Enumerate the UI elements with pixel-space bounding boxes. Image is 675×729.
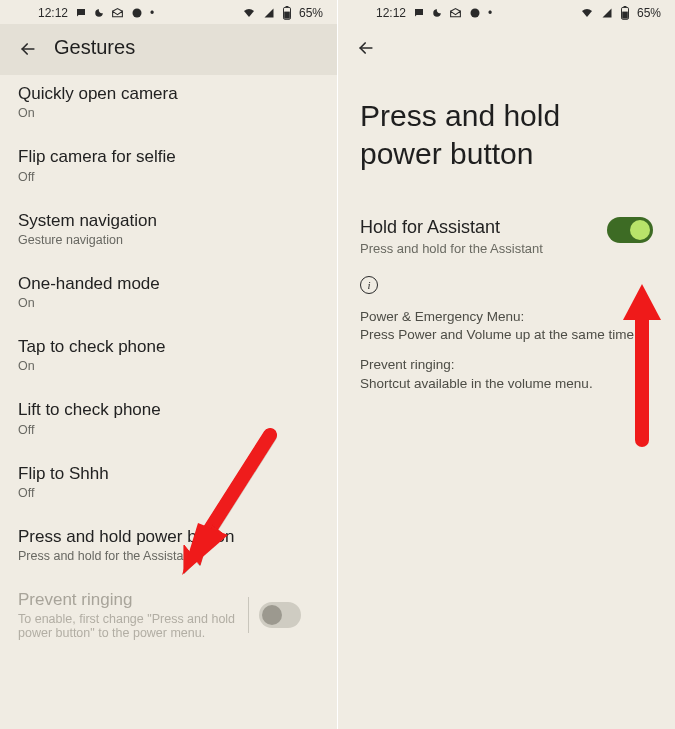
status-dot: •: [150, 6, 154, 20]
item-sub: On: [18, 296, 319, 310]
setting-hold-for-assistant[interactable]: Hold for Assistant Press and hold for th…: [338, 182, 675, 262]
item-flip-camera-selfie[interactable]: Flip camera for selfie Off: [0, 133, 337, 196]
page-title: Gestures: [54, 36, 135, 59]
item-title: Flip camera for selfie: [18, 146, 319, 167]
carrier-icon: [469, 7, 481, 19]
item-lift-check-phone[interactable]: Lift to check phone Off: [0, 386, 337, 449]
setting-sub: Press and hold for the Assistant: [360, 241, 543, 256]
item-title: One-handed mode: [18, 273, 319, 294]
status-dot: •: [488, 6, 492, 20]
item-quickly-open-camera[interactable]: Quickly open camera On: [0, 75, 337, 133]
info-prevent-ringing: Prevent ringing: Shortcut available in t…: [338, 344, 675, 392]
message-icon: [413, 7, 425, 19]
item-title: Lift to check phone: [18, 399, 319, 420]
item-sub: Off: [18, 170, 319, 184]
item-sub: On: [18, 106, 319, 120]
signal-icon: [601, 7, 613, 19]
status-bar: 12:12 • 65%: [0, 0, 337, 24]
page-title: Press and hold power button: [338, 62, 675, 182]
item-one-handed-mode[interactable]: One-handed mode On: [0, 260, 337, 323]
mail-icon: [111, 7, 124, 20]
signal-icon: [263, 7, 275, 19]
item-prevent-ringing: Prevent ringing To enable, first change …: [0, 576, 337, 653]
wifi-icon: [242, 7, 256, 19]
back-button[interactable]: [18, 39, 36, 57]
item-system-navigation[interactable]: System navigation Gesture navigation: [0, 197, 337, 260]
moon-icon: [432, 8, 442, 18]
item-sub: Off: [18, 486, 319, 500]
info-label: Prevent ringing:: [360, 357, 455, 372]
title-line-2: power button: [360, 137, 533, 170]
svg-rect-3: [286, 6, 289, 7]
battery-icon: [282, 6, 292, 20]
battery-icon: [620, 6, 630, 20]
item-title: System navigation: [18, 210, 319, 231]
item-sub: To enable, first change "Press and hold …: [18, 612, 248, 640]
status-battery: 65%: [637, 6, 661, 20]
item-title: Quickly open camera: [18, 83, 319, 104]
svg-rect-2: [284, 12, 290, 19]
svg-rect-7: [622, 12, 628, 19]
screen-gestures: 12:12 • 65% Gestures Qui: [0, 0, 337, 729]
header-plain: [338, 24, 675, 62]
info-power-emergency: Power & Emergency Menu: Press Power and …: [338, 294, 675, 344]
status-time: 12:12: [376, 6, 406, 20]
prevent-ringing-toggle: [259, 602, 301, 628]
status-time: 12:12: [38, 6, 68, 20]
item-tap-check-phone[interactable]: Tap to check phone On: [0, 323, 337, 386]
back-button[interactable]: [356, 44, 376, 61]
item-sub: Gesture navigation: [18, 233, 319, 247]
settings-list: Quickly open camera On Flip camera for s…: [0, 75, 337, 653]
item-press-hold-power[interactable]: Press and hold power button Press and ho…: [0, 513, 337, 576]
info-icon: i: [360, 276, 378, 294]
wifi-icon: [580, 7, 594, 19]
header-bar: Gestures: [0, 24, 337, 75]
item-flip-to-shhh[interactable]: Flip to Shhh Off: [0, 450, 337, 513]
title-line-1: Press and hold: [360, 99, 560, 132]
info-label: Power & Emergency Menu:: [360, 309, 524, 324]
item-title: Press and hold power button: [18, 526, 319, 547]
item-sub: Off: [18, 423, 319, 437]
hold-for-assistant-toggle[interactable]: [607, 217, 653, 243]
svg-rect-8: [624, 6, 627, 7]
item-title: Tap to check phone: [18, 336, 319, 357]
item-sub: On: [18, 359, 319, 373]
mail-icon: [449, 7, 462, 20]
item-title: Flip to Shhh: [18, 463, 319, 484]
info-body: Press Power and Volume up at the same ti…: [360, 327, 638, 342]
info-body: Shortcut available in the volume menu.: [360, 376, 593, 391]
status-bar: 12:12 • 65%: [338, 0, 675, 24]
screen-press-hold-power: 12:12 • 65% Press and hold power button: [337, 0, 675, 729]
svg-point-0: [133, 9, 142, 18]
svg-point-5: [471, 9, 480, 18]
setting-title: Hold for Assistant: [360, 217, 543, 238]
item-sub: Press and hold for the Assistant: [18, 549, 319, 563]
moon-icon: [94, 8, 104, 18]
divider: [248, 597, 249, 633]
carrier-icon: [131, 7, 143, 19]
message-icon: [75, 7, 87, 19]
item-title: Prevent ringing: [18, 589, 248, 610]
status-battery: 65%: [299, 6, 323, 20]
